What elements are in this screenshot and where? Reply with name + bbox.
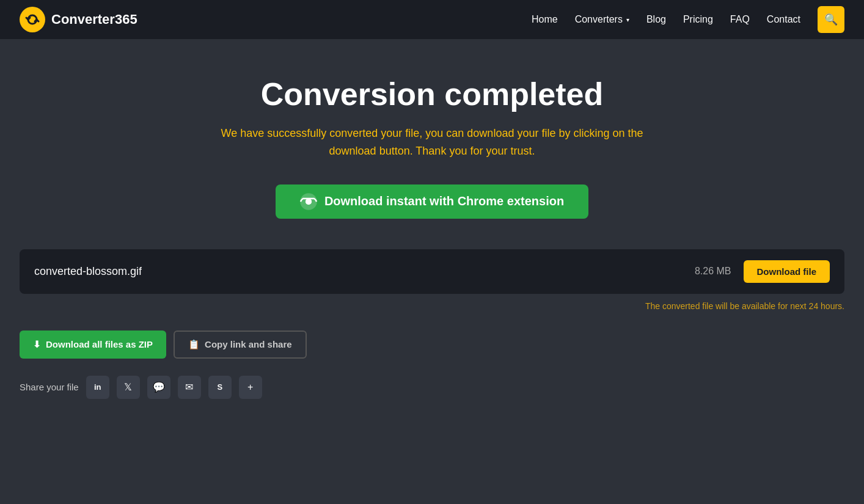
whatsapp-icon: 💬 (153, 381, 165, 393)
logo-icon (20, 7, 45, 32)
share-twitter-button[interactable]: 𝕏 (117, 376, 140, 399)
file-row: converted-blossom.gif 8.26 MB Download f… (20, 249, 844, 294)
nav-home[interactable]: Home (532, 14, 558, 25)
copy-link-button[interactable]: 📋 Copy link and share (174, 331, 307, 359)
copy-icon: 📋 (188, 339, 200, 350)
file-size: 8.26 MB (695, 266, 731, 277)
page-title: Conversion completed (20, 76, 844, 112)
logo[interactable]: Converter365 (20, 7, 137, 32)
action-buttons: ⬇ Download all files as ZIP 📋 Copy link … (20, 331, 844, 359)
chrome-extension-button[interactable]: Download instant with Chrome extension (276, 184, 588, 219)
hero-subtitle: We have successfully converted your file… (212, 125, 652, 160)
more-icon: + (247, 382, 253, 393)
search-button[interactable]: 🔍 (818, 6, 844, 33)
logo-text: Converter365 (51, 12, 137, 27)
download-icon: ⬇ (33, 339, 41, 350)
nav-blog[interactable]: Blog (646, 14, 666, 25)
chrome-btn-container: Download instant with Chrome extension (20, 184, 844, 219)
header: Converter365 Home Converters ▾ Blog Pric… (0, 0, 864, 39)
linkedin-icon: in (94, 382, 101, 392)
nav-converters[interactable]: Converters ▾ (575, 14, 629, 25)
nav-pricing[interactable]: Pricing (683, 14, 713, 25)
search-icon: 🔍 (824, 13, 838, 26)
chrome-icon (300, 193, 317, 210)
download-zip-button[interactable]: ⬇ Download all files as ZIP (20, 331, 166, 359)
email-icon: ✉ (185, 381, 193, 393)
share-more-button[interactable]: + (239, 376, 262, 399)
nav: Home Converters ▾ Blog Pricing FAQ Conta… (532, 6, 844, 33)
skype-icon: S (217, 382, 222, 392)
share-whatsapp-button[interactable]: 💬 (147, 376, 170, 399)
share-email-button[interactable]: ✉ (178, 376, 201, 399)
main-content: Conversion completed We have successfull… (0, 39, 864, 423)
share-label: Share your file (20, 382, 79, 392)
nav-contact[interactable]: Contact (767, 14, 800, 25)
file-name: converted-blossom.gif (34, 265, 695, 278)
share-linkedin-button[interactable]: in (86, 376, 109, 399)
download-file-button[interactable]: Download file (744, 260, 830, 283)
twitter-icon: 𝕏 (124, 381, 132, 393)
chevron-down-icon: ▾ (626, 16, 629, 23)
share-skype-button[interactable]: S (208, 376, 232, 399)
nav-faq[interactable]: FAQ (730, 14, 750, 25)
availability-note: The converted file will be available for… (20, 301, 844, 311)
share-row: Share your file in 𝕏 💬 ✉ S + (20, 376, 844, 399)
svg-point-0 (20, 7, 45, 32)
